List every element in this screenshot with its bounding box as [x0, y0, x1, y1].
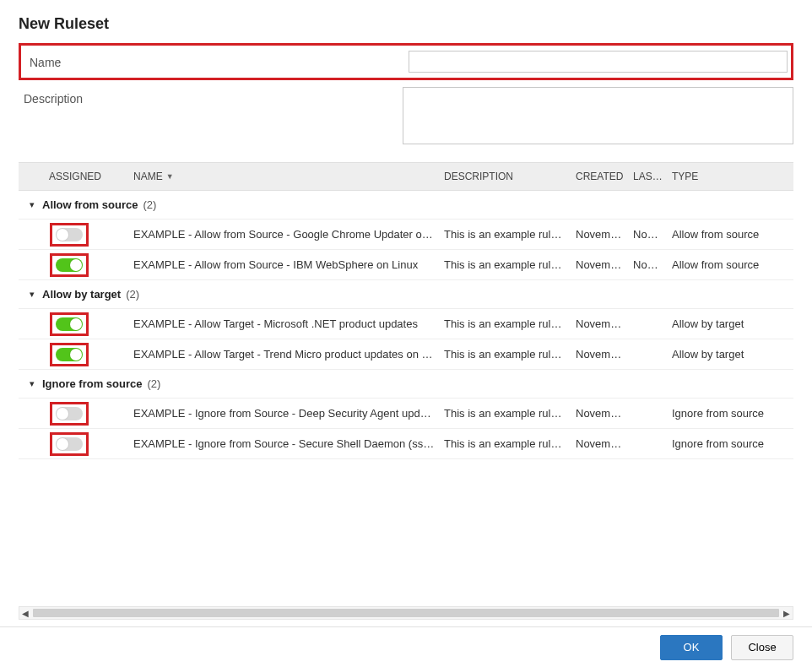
name-row: Name [19, 43, 793, 80]
cell-description: This is an example rule. … [444, 437, 576, 450]
cell-last: Nov… [633, 228, 672, 241]
description-label: Description [19, 87, 403, 106]
cell-description: This is an example rule. … [444, 228, 576, 241]
table-row[interactable]: EXAMPLE - Ignore from Source - Deep Secu… [19, 399, 793, 429]
assigned-toggle[interactable] [56, 258, 83, 272]
chevron-down-icon: ▾ [27, 378, 37, 389]
cell-name: EXAMPLE - Allow Target - Trend Micro pro… [128, 348, 444, 361]
cell-created: Novemb… [576, 348, 633, 361]
table-row[interactable]: EXAMPLE - Ignore from Source - Secure Sh… [19, 429, 793, 459]
horizontal-scrollbar[interactable]: ◀ ▶ [19, 606, 793, 620]
form-area: Name Description [0, 43, 812, 162]
col-header-name[interactable]: NAME ▼ [128, 171, 444, 182]
cell-type: Allow by target [672, 317, 793, 330]
group-header[interactable]: ▾Allow from source (2) [19, 191, 793, 220]
col-header-description[interactable]: DESCRIPTION [444, 171, 576, 182]
name-input[interactable] [409, 51, 788, 73]
toggle-knob [57, 229, 68, 241]
toggle-highlight [50, 432, 89, 456]
col-header-created[interactable]: CREATED [576, 171, 633, 182]
cell-created: Novemb… [576, 258, 633, 271]
table-row[interactable]: EXAMPLE - Allow Target - Trend Micro pro… [19, 339, 793, 370]
description-row: Description [19, 87, 793, 147]
table-row[interactable]: EXAMPLE - Allow from Source - IBM WebSph… [19, 250, 793, 280]
cell-assigned [19, 312, 128, 336]
cell-type: Allow from source [672, 258, 793, 271]
description-input[interactable] [403, 87, 793, 144]
rules-grid: ASSIGNED NAME ▼ DESCRIPTION CREATED LAS…… [0, 162, 812, 459]
toggle-knob [70, 318, 82, 330]
group-count: (2) [147, 377, 160, 390]
toggle-knob [70, 349, 82, 361]
assigned-toggle[interactable] [56, 348, 83, 361]
assigned-toggle[interactable] [56, 437, 83, 451]
description-input-wrap [403, 87, 793, 147]
cell-created: Novemb… [576, 228, 633, 241]
cell-description: This is an example rule. … [444, 348, 576, 361]
toggle-knob [70, 259, 82, 271]
toggle-highlight [50, 402, 89, 426]
cell-name: EXAMPLE - Ignore from Source - Secure Sh… [128, 437, 444, 450]
chevron-down-icon: ▾ [27, 289, 37, 300]
toggle-highlight [50, 253, 89, 277]
cell-created: Novemb… [576, 437, 633, 450]
close-button[interactable]: Close [731, 635, 793, 660]
assigned-toggle[interactable] [56, 407, 83, 420]
group-header[interactable]: ▾Ignore from source (2) [19, 370, 793, 399]
cell-name: EXAMPLE - Ignore from Source - Deep Secu… [128, 407, 444, 420]
name-input-wrap [409, 51, 788, 73]
cell-type: Allow by target [672, 348, 793, 361]
toggle-knob [57, 438, 68, 450]
cell-description: This is an example rule. … [444, 317, 576, 330]
ok-button[interactable]: OK [660, 635, 723, 660]
cell-assigned [19, 253, 128, 277]
col-header-assigned[interactable]: ASSIGNED [19, 171, 128, 182]
toggle-knob [57, 408, 68, 420]
group-count: (2) [126, 288, 139, 301]
col-header-type[interactable]: TYPE [672, 171, 793, 182]
group-count: (2) [143, 198, 156, 211]
chevron-down-icon: ▾ [27, 199, 37, 210]
cell-type: Ignore from source [672, 437, 793, 450]
cell-assigned [19, 402, 128, 426]
toggle-highlight [50, 343, 89, 366]
scroll-thumb[interactable] [33, 609, 779, 617]
grid-header: ASSIGNED NAME ▼ DESCRIPTION CREATED LAS…… [19, 162, 793, 191]
page-title: New Ruleset [0, 0, 812, 43]
scroll-right-icon[interactable]: ▶ [782, 609, 791, 618]
col-header-name-text: NAME [133, 171, 163, 182]
table-row[interactable]: EXAMPLE - Allow Target - Microsoft .NET … [19, 309, 793, 339]
cell-created: Novemb… [576, 407, 633, 420]
cell-created: Novemb… [576, 317, 633, 330]
cell-description: This is an example rule. … [444, 407, 576, 420]
cell-assigned [19, 223, 128, 247]
cell-name: EXAMPLE - Allow from Source - IBM WebSph… [128, 258, 444, 271]
cell-name: EXAMPLE - Allow from Source - Google Chr… [128, 228, 444, 241]
sort-desc-icon: ▼ [166, 172, 174, 181]
cell-name: EXAMPLE - Allow Target - Microsoft .NET … [128, 317, 444, 330]
dialog-footer: OK Close [0, 626, 812, 667]
scroll-left-icon[interactable]: ◀ [21, 609, 30, 618]
cell-assigned [19, 343, 128, 366]
assigned-toggle[interactable] [56, 317, 83, 331]
col-header-last[interactable]: LAS… [633, 171, 672, 182]
cell-assigned [19, 432, 128, 456]
cell-type: Allow from source [672, 228, 793, 241]
name-label: Name [24, 51, 409, 69]
toggle-highlight [50, 223, 89, 247]
cell-description: This is an example rule. … [444, 258, 576, 271]
group-title: Ignore from source [42, 377, 142, 390]
cell-type: Ignore from source [672, 407, 793, 420]
toggle-highlight [50, 312, 89, 336]
group-title: Allow from source [42, 198, 138, 211]
table-row[interactable]: EXAMPLE - Allow from Source - Google Chr… [19, 220, 793, 250]
cell-last: Nov… [633, 258, 672, 271]
group-title: Allow by target [42, 288, 121, 301]
grid-body: ▾Allow from source (2)EXAMPLE - Allow fr… [19, 191, 793, 459]
group-header[interactable]: ▾Allow by target (2) [19, 280, 793, 309]
assigned-toggle[interactable] [56, 228, 83, 241]
